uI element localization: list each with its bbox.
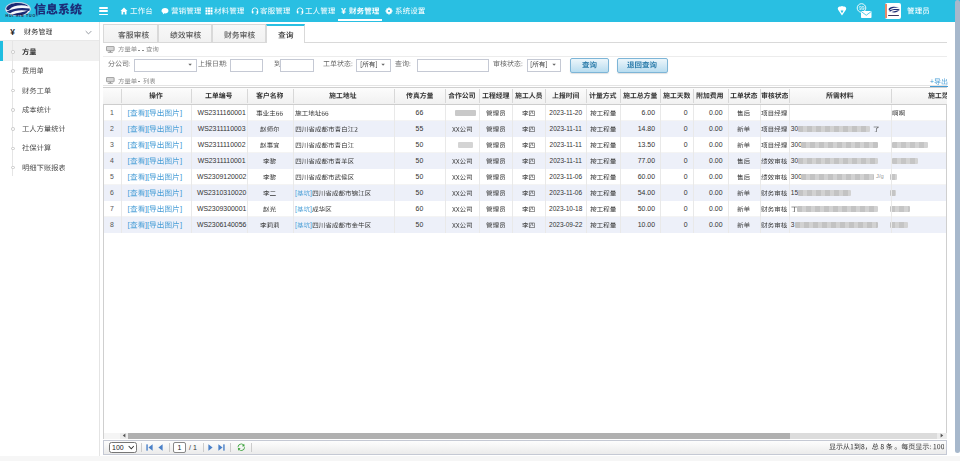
svg-text:99: 99 — [859, 5, 865, 11]
